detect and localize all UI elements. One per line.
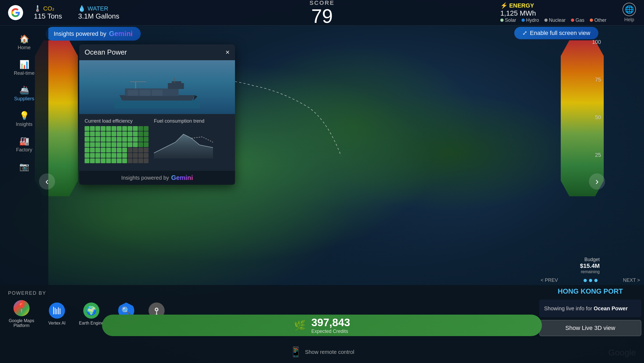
eff-cell: [111, 153, 116, 158]
water-metric: 💧 WATER 3.1M Gallons: [78, 5, 119, 20]
eff-cell: [90, 158, 95, 163]
port-dot-3: [594, 279, 598, 282]
eff-cell: [85, 131, 89, 136]
eff-cell: [90, 153, 95, 158]
svg-rect-14: [60, 308, 60, 314]
eff-cell: [85, 126, 89, 131]
eff-cell: [90, 137, 95, 142]
budget-section: Budget $15.4M remaining: [580, 257, 600, 274]
eff-cell: [117, 158, 122, 163]
port-navigation: < PREV NEXT >: [539, 277, 641, 283]
eff-cell: [85, 148, 89, 152]
eff-cell: [122, 126, 127, 131]
popup-content: Current load efficiency Fuel consumption…: [79, 114, 235, 171]
eff-cell: [111, 142, 116, 147]
eff-cell: [122, 148, 127, 152]
camera-icon: 📷: [19, 162, 29, 171]
eff-cell: [138, 153, 143, 158]
eff-cell: [138, 148, 143, 152]
energy-section: ⚡ ENERGY 1,125 MWh Solar Hydro Nuclear G…: [500, 2, 606, 23]
remote-icon: 📱: [290, 346, 302, 358]
port-next-button[interactable]: NEXT >: [623, 277, 640, 283]
sidebar-item-realtime[interactable]: 📊 Real-time: [5, 56, 43, 79]
fuel-chart: [154, 126, 213, 158]
eff-cell: [122, 142, 127, 147]
popup-header: Ocean Power ×: [79, 44, 235, 60]
sidebar-item-factory[interactable]: 🏭 Factory: [5, 133, 43, 156]
eff-cell: [133, 153, 138, 158]
suppliers-icon: 🚢: [19, 85, 29, 95]
co2-icon: 🌡️: [34, 5, 41, 12]
sidebar-label-realtime: Real-time: [14, 70, 34, 76]
eff-cell: [111, 131, 116, 136]
eff-cell: [111, 137, 116, 142]
ship-svg: [114, 76, 200, 109]
budget-title: Budget: [580, 257, 600, 262]
eff-cell: [95, 142, 100, 147]
sidebar-item-camera[interactable]: 📷: [5, 159, 43, 175]
insights-icon: 💡: [19, 111, 29, 120]
score-value: 79: [311, 6, 333, 26]
eff-cell: [95, 137, 100, 142]
factory-icon: 🏭: [19, 136, 29, 146]
leaf-icon: 🌿: [294, 320, 306, 331]
co2-metric: 🌡️ CO₂ 115 Tons: [34, 5, 62, 20]
energy-label: ⚡ ENERGY: [500, 2, 534, 9]
remote-text: Show remote control: [305, 349, 354, 355]
gemini-logo: Gemini: [109, 30, 133, 38]
eff-cell: [106, 148, 111, 152]
eff-cell: [133, 126, 138, 131]
port-dots: [584, 279, 598, 282]
remote-control-button[interactable]: 📱 Show remote control: [290, 346, 354, 358]
svg-rect-7: [128, 90, 138, 96]
sidebar-label-factory: Factory: [16, 147, 32, 153]
nav-arrow-left[interactable]: ‹: [39, 173, 55, 190]
eff-cell: [95, 158, 100, 163]
efficiency-grid: [85, 126, 149, 163]
svg-rect-13: [58, 307, 59, 314]
svg-rect-9: [152, 90, 162, 96]
popup-metrics: Current load efficiency Fuel consumption…: [85, 118, 230, 163]
nav-arrow-right[interactable]: ›: [589, 173, 605, 190]
eff-cell: [106, 137, 111, 142]
expand-icon: ⤢: [522, 30, 527, 37]
eff-cell: [128, 131, 132, 136]
google-maps-logo: 📍 Google Maps Platform: [8, 300, 35, 328]
eff-cell: [133, 142, 138, 147]
eff-cell: [101, 153, 106, 158]
eff-cell: [128, 148, 132, 152]
gemini-banner: Insights powered by Gemini: [46, 27, 141, 41]
svg-rect-3: [172, 81, 181, 84]
fuel-trend-section: Fuel consumption trend: [154, 118, 213, 163]
eff-cell: [90, 126, 95, 131]
eff-cell: [85, 137, 89, 142]
show-live-3d-button[interactable]: Show Live 3D view: [539, 320, 641, 336]
load-efficiency-section: Current load efficiency: [85, 118, 149, 163]
sidebar-item-insights[interactable]: 💡 Insights: [5, 108, 43, 130]
sidebar-item-home[interactable]: 🏠 Home: [5, 31, 43, 54]
svg-rect-10: [53, 307, 54, 314]
load-efficiency-label: Current load efficiency: [85, 118, 149, 124]
ocean-power-popup: Ocean Power ×: [79, 44, 235, 185]
sidebar-item-suppliers[interactable]: 🚢 Suppliers: [5, 82, 43, 105]
earth-label: Earth Engine: [79, 321, 104, 326]
svg-rect-11: [55, 308, 56, 314]
co2-value: 115 Tons: [34, 12, 62, 20]
eff-cell: [111, 158, 116, 163]
sidebar-label-home: Home: [18, 45, 31, 51]
home-icon: 🏠: [19, 34, 29, 44]
port-prev-button[interactable]: < PREV: [541, 277, 558, 283]
eff-cell: [144, 148, 149, 152]
popup-ship-image: [79, 60, 235, 114]
popup-gemini-prefix: Insights powered by: [121, 175, 169, 181]
eff-cell: [138, 142, 143, 147]
eff-cell: [101, 131, 106, 136]
eff-cell: [106, 158, 111, 163]
eff-cell: [101, 158, 106, 163]
eff-cell: [128, 153, 132, 158]
help-button[interactable]: 🌐 Help: [623, 3, 636, 23]
fullscreen-button[interactable]: ⤢ Enable full screen view: [514, 27, 598, 39]
eff-cell: [90, 142, 95, 147]
eff-cell: [122, 131, 127, 136]
popup-close-button[interactable]: ×: [226, 48, 230, 56]
